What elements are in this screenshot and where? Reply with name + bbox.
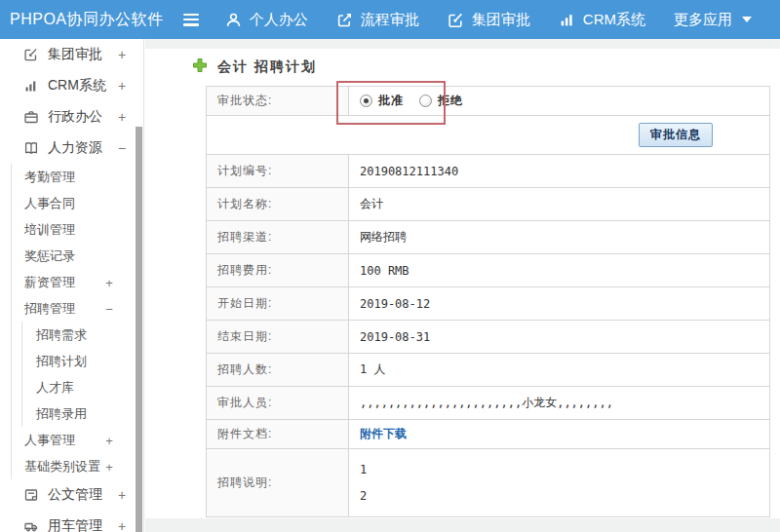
expand-toggle[interactable]: +: [116, 47, 128, 62]
sidebar-item-recruitment-mgmt[interactable]: 招聘管理 −: [0, 295, 143, 322]
sidebar-item-label: 奖惩记录: [24, 247, 75, 265]
document-icon: [23, 487, 39, 503]
edit-square-icon: [23, 47, 39, 62]
field-value: ,,,,,,,,,,,,,,,,,,,,,,,小龙女,,,,,,,,: [349, 387, 770, 420]
expand-toggle[interactable]: +: [116, 487, 128, 503]
field-label: 附件文档:: [207, 420, 349, 449]
sidebar-item-training-mgmt[interactable]: 培训管理: [0, 216, 143, 243]
sidebar-item-label: 培训管理: [24, 221, 75, 239]
field-label: 开始日期:: [207, 287, 349, 321]
field-label: 计划名称:: [207, 188, 349, 221]
app-logo[interactable]: PHPOA协同办公软件: [10, 10, 183, 30]
radio-unselected-icon[interactable]: [419, 95, 432, 107]
sidebar-item-vehicle-mgmt[interactable]: 用车管理 +: [0, 511, 143, 532]
table-row-attachment: 附件文档: 附件下载: [207, 420, 770, 449]
table-row-recruit-cost: 招聘费用: 100 RMB: [207, 254, 770, 287]
nav-item-label: 集团审批: [472, 11, 530, 29]
briefcase-icon: [23, 109, 39, 125]
sidebar-item-label: 人事合同: [24, 195, 75, 212]
sidebar-item-label: 行政办公: [48, 108, 102, 126]
sidebar-item-admin-office[interactable]: 行政办公 +: [0, 101, 143, 133]
field-value: 2019-08-31: [349, 321, 770, 354]
field-label: 结束日期:: [207, 321, 349, 354]
sidebar-item-base-category-settings[interactable]: 基础类别设置 +: [0, 453, 143, 479]
field-value: 20190812111340: [349, 155, 770, 188]
radio-approve[interactable]: 批准: [360, 93, 404, 109]
sidebar-item-group-approval[interactable]: 集团审批 +: [0, 39, 143, 70]
nav-item-group-approval[interactable]: 集团审批: [448, 11, 530, 29]
sidebar-item-label: 人才库: [36, 379, 74, 397]
nav-item-process-approval[interactable]: 流程审批: [336, 11, 419, 29]
sidebar-item-label: 薪资管理: [24, 274, 75, 291]
table-row-headcount: 招聘人数: 1 人: [207, 354, 770, 387]
nav-item-crm-system[interactable]: CRM系统: [559, 11, 645, 29]
nav-item-label: CRM系统: [583, 11, 645, 29]
sidebar-item-reward-punishment[interactable]: 奖惩记录: [0, 243, 143, 269]
sidebar-item-label: 招聘计划: [36, 353, 87, 370]
nav-item-label: 流程审批: [361, 11, 419, 29]
sidebar-item-talent-pool[interactable]: 人才库: [0, 374, 143, 400]
sidebar-item-salary-mgmt[interactable]: 薪资管理 +: [0, 269, 143, 295]
field-label: 招聘费用:: [207, 254, 349, 287]
sidebar-item-label: 公文管理: [48, 486, 102, 504]
sidebar-item-document-mgmt[interactable]: 公文管理 +: [0, 479, 143, 511]
table-row-recruit-channel: 招聘渠道: 网络招聘: [207, 221, 770, 254]
expand-toggle[interactable]: +: [103, 275, 115, 289]
field-label: 计划编号:: [207, 155, 349, 188]
radio-label: 拒绝: [438, 93, 463, 109]
expand-toggle[interactable]: +: [116, 78, 128, 94]
field-label: 审批状态:: [207, 87, 349, 116]
expand-toggle[interactable]: +: [116, 518, 128, 532]
caret-down-icon: [742, 17, 752, 22]
sidebar-item-personnel-mgmt[interactable]: 人事管理 +: [0, 427, 143, 453]
nav-item-label: 更多应用: [674, 11, 732, 29]
sidebar-item-label: 用车管理: [48, 517, 102, 532]
approval-status-radio-group: 批准 拒绝: [360, 93, 769, 109]
bar-chart-icon: [23, 78, 39, 94]
sidebar-item-label: 基础类别设置: [24, 458, 100, 475]
sidebar-item-label: 考勤管理: [24, 169, 75, 186]
top-navbar: PHPOA协同办公软件 个人办公 流程审批: [0, 0, 780, 39]
sidebar-item-label: 招聘管理: [24, 300, 75, 318]
nav-item-more-apps[interactable]: 更多应用: [674, 11, 752, 29]
sidebar-item-label: 集团审批: [48, 46, 102, 63]
bar-chart-icon: [559, 12, 575, 28]
sidebar-item-label: 招聘需求: [36, 326, 87, 344]
hamburger-menu-icon[interactable]: [183, 14, 199, 26]
field-label: 招聘渠道:: [207, 221, 349, 254]
car-icon: [23, 518, 39, 532]
recruitment-plan-detail-table: 审批状态: 批准 拒绝 审批信息: [206, 86, 770, 517]
sidebar-item-human-resources[interactable]: 人力资源 −: [0, 133, 143, 164]
radio-reject[interactable]: 拒绝: [419, 93, 463, 109]
sidebar-item-attendance-mgmt[interactable]: 考勤管理: [0, 164, 143, 190]
sidebar-item-label: CRM系统: [48, 77, 106, 95]
collapse-toggle[interactable]: −: [116, 140, 128, 156]
expand-toggle[interactable]: +: [116, 109, 128, 125]
field-value: 网络招聘: [349, 221, 770, 254]
process-icon: [336, 12, 353, 28]
field-label: 招聘人数:: [207, 354, 349, 387]
sidebar-scrollbar[interactable]: [136, 127, 142, 532]
field-label: 招聘说明:: [207, 449, 349, 517]
field-value: 2019-08-12: [349, 287, 770, 321]
radio-label: 批准: [378, 93, 404, 109]
expand-toggle[interactable]: +: [103, 433, 115, 447]
page-title: 会计 招聘计划: [217, 58, 317, 76]
table-row-recruit-description: 招聘说明: 1 2: [207, 449, 770, 517]
add-plus-icon[interactable]: [192, 57, 208, 77]
sidebar-item-recruitment-hiring[interactable]: 招聘录用: [0, 400, 143, 427]
expand-toggle[interactable]: +: [103, 459, 115, 474]
table-row-approval-button: 审批信息: [207, 116, 770, 155]
nav-item-personal-office[interactable]: 个人办公: [225, 11, 308, 29]
attachment-download-link[interactable]: 附件下载: [360, 427, 407, 440]
collapse-toggle[interactable]: −: [103, 301, 115, 316]
approval-info-button[interactable]: 审批信息: [639, 123, 713, 147]
radio-selected-icon[interactable]: [360, 95, 372, 107]
sidebar-item-recruitment-demand[interactable]: 招聘需求: [0, 322, 143, 348]
sidebar-item-recruitment-plan[interactable]: 招聘计划: [0, 348, 143, 374]
sidebar-item-crm-system[interactable]: CRM系统 +: [0, 70, 143, 101]
breadcrumb: 会计 招聘计划: [192, 57, 317, 77]
main-content: 会计 招聘计划 审批状态: 批准 拒绝: [145, 39, 780, 532]
field-value: 1 2: [349, 449, 770, 517]
sidebar-item-hr-contract[interactable]: 人事合同: [0, 190, 143, 216]
